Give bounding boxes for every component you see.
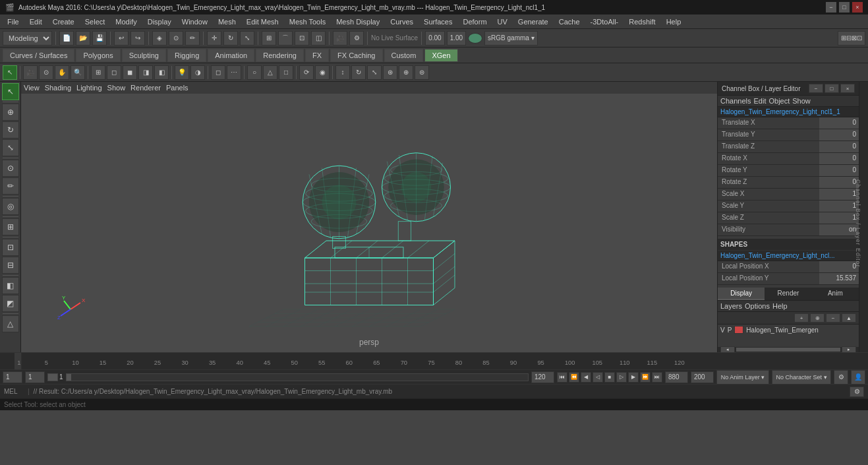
lt-paint[interactable]: ✏ — [2, 177, 19, 195]
attr-translate-y[interactable]: Translate Y 0 — [718, 129, 859, 141]
rotate-btn[interactable]: ↻ — [223, 31, 238, 46]
cb-float[interactable]: □ — [825, 84, 839, 93]
timeline-ruler[interactable]: 1 5 10 15 20 25 30 35 40 45 50 55 60 65 … — [14, 353, 726, 369]
camera-btn[interactable]: 0.00 — [425, 31, 444, 46]
attr-rotate-y[interactable]: Rotate Y 0 — [718, 165, 859, 177]
scale-btn[interactable]: ⤡ — [240, 31, 254, 46]
menu-mesh-tools[interactable]: Mesh Tools — [285, 16, 330, 27]
tool-snap[interactable]: ⊕ — [399, 65, 413, 80]
grid-btn[interactable]: 1.00 — [447, 31, 466, 46]
viewport[interactable]: View Shading Lighting Show Renderer Pane… — [21, 82, 717, 352]
scroll-left-btn[interactable]: ◂ — [720, 346, 735, 352]
cb-minimize[interactable]: − — [809, 84, 823, 93]
lasso-btn[interactable]: ⊙ — [169, 31, 183, 46]
lt-show-manip[interactable]: ⊞ — [2, 218, 19, 235]
tab-custom[interactable]: Custom — [384, 49, 424, 62]
lt-move[interactable]: ⊕ — [2, 104, 19, 121]
layer-remove-btn[interactable]: − — [826, 313, 840, 323]
lt-snap2[interactable]: ⊟ — [2, 257, 19, 274]
maximize-button[interactable]: □ — [839, 2, 850, 13]
anim-fwd-btn[interactable]: ▶ — [628, 372, 639, 383]
vp-show[interactable]: Show — [107, 84, 126, 92]
attr-translate-x[interactable]: Translate X 0 — [718, 117, 859, 129]
menu-display[interactable]: Display — [143, 16, 176, 27]
attr-translate-z[interactable]: Translate Z 0 — [718, 141, 859, 153]
undo-btn[interactable]: ↩ — [114, 31, 129, 46]
tool-camera[interactable]: 🎥 — [23, 65, 38, 80]
attr-visibility[interactable]: Visibility on — [718, 224, 859, 236]
snap-curve-btn[interactable]: ⌒ — [278, 31, 293, 46]
menu-modify[interactable]: Modify — [111, 16, 141, 27]
cb-close[interactable]: × — [840, 84, 855, 93]
lt-scale[interactable]: ⤡ — [2, 139, 19, 156]
tab-rendering[interactable]: Rendering — [256, 49, 304, 62]
move-btn[interactable]: ✛ — [207, 31, 221, 46]
tool-rotate2[interactable]: ↻ — [351, 65, 366, 80]
tool-wireframe[interactable]: ⊞ — [91, 65, 105, 80]
minimize-button[interactable]: − — [826, 2, 836, 13]
tool-move[interactable]: ↕ — [335, 65, 350, 80]
anim-next-btn[interactable]: ⏩ — [640, 372, 651, 383]
lt-select[interactable]: ↖ — [2, 83, 19, 100]
attr-scale-y[interactable]: Scale Y 1 — [718, 201, 859, 212]
anim-start-btn[interactable]: ⏮ — [557, 372, 567, 383]
workspace-dropdown[interactable]: Modeling — [3, 31, 52, 46]
tool-light[interactable]: 💡 — [175, 65, 189, 80]
anim-play-back-btn[interactable]: ◁ — [593, 372, 603, 383]
menu-help[interactable]: Help — [662, 16, 686, 27]
vp-renderer[interactable]: Renderer — [130, 84, 161, 92]
tool-shade1[interactable]: ◼ — [123, 65, 137, 80]
tab-fx[interactable]: FX — [305, 49, 329, 62]
tab-anim[interactable]: Anim — [812, 288, 859, 300]
render-btn[interactable]: 🎥 — [333, 31, 347, 46]
open-btn[interactable]: 📂 — [76, 31, 90, 46]
attr-scale-z[interactable]: Scale Z 1 — [718, 212, 859, 224]
tool-shade3[interactable]: ◧ — [154, 65, 169, 80]
tool-select[interactable]: ↖ — [3, 65, 17, 80]
layer-help-menu[interactable]: Help — [772, 302, 788, 310]
tool-ik[interactable]: ⟳ — [299, 65, 314, 80]
tool-soft[interactable]: ⊛ — [383, 65, 397, 80]
attr-local-pos-y[interactable]: Local Position Y 15.537 — [718, 273, 859, 285]
menu-deform[interactable]: Deform — [458, 16, 491, 27]
anim-extra1[interactable]: ⚙ — [834, 370, 848, 385]
layer-scrollbar[interactable] — [736, 348, 840, 352]
color-picker-btn[interactable] — [468, 33, 482, 44]
layer-add2-btn[interactable]: ⊕ — [810, 313, 825, 323]
layer-add-btn[interactable]: + — [794, 313, 809, 323]
menu-redshift[interactable]: Redshift — [624, 16, 660, 27]
cb-channels-menu[interactable]: Channels — [720, 97, 751, 105]
timeline-progress[interactable] — [66, 373, 529, 381]
tool-smooth[interactable]: ◻ — [107, 65, 121, 80]
tab-polygons[interactable]: Polygons — [76, 49, 120, 62]
menu-select[interactable]: Select — [80, 16, 110, 27]
lt-soft[interactable]: ◎ — [2, 198, 19, 215]
scroll-right-btn[interactable]: ▸ — [842, 346, 856, 352]
close-button[interactable]: × — [852, 2, 863, 13]
redo-btn[interactable]: ↪ — [130, 31, 145, 46]
attr-scale-x[interactable]: Scale X 1 — [718, 189, 859, 201]
snap-grid-btn[interactable]: ⊞ — [262, 31, 276, 46]
gamma-label[interactable]: sRGB gamma ▾ — [484, 31, 538, 46]
menu-mesh-display[interactable]: Mesh Display — [332, 16, 384, 27]
frame-end-input[interactable] — [531, 371, 554, 383]
layer-item[interactable]: V P Halogen_Twin_Emergen — [718, 325, 859, 335]
tool-uv[interactable]: □ — [279, 65, 293, 80]
menu-3dto[interactable]: -3DtoAll- — [586, 16, 623, 27]
tab-animation[interactable]: Animation — [208, 49, 254, 62]
tool-pan[interactable]: ✋ — [55, 65, 69, 80]
layer-scroll[interactable]: ◂ ▸ — [718, 347, 859, 352]
tab-rigging[interactable]: Rigging — [167, 49, 206, 62]
frame-current-input[interactable] — [25, 371, 45, 383]
tool-zoom[interactable]: 🔍 — [71, 65, 85, 80]
tool-orbit[interactable]: ⊙ — [39, 65, 53, 80]
lt-snap[interactable]: ⊡ — [2, 239, 19, 256]
attribute-editor-tab[interactable]: Attribute Editor Channel Box / Layer Edi… — [859, 82, 868, 352]
lt-rotate[interactable]: ↻ — [2, 121, 19, 139]
lt-arrow-up[interactable]: △ — [2, 315, 19, 332]
anim-layer-dropdown[interactable]: No Anim Layer ▾ — [716, 370, 769, 385]
tab-sculpting[interactable]: Sculpting — [122, 49, 166, 62]
anim-back-btn[interactable]: ◀ — [581, 372, 591, 383]
layer-scroll-up-btn[interactable]: ▲ — [842, 313, 856, 323]
render-settings-btn[interactable]: ⚙ — [349, 31, 364, 46]
